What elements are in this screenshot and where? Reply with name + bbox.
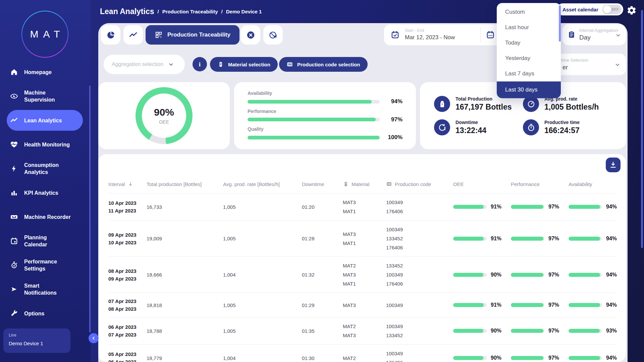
percent-value: 97% (548, 236, 559, 242)
sidebar-item-machine-supervision[interactable]: Machine Supervision (0, 84, 91, 108)
cell-interval: 09 Apr 202310 Apr 2023 (108, 231, 147, 246)
cell-oee: 91% (453, 236, 511, 242)
progress-fill (569, 237, 600, 241)
cell-material: MAT3 (343, 301, 386, 310)
dropdown-option-custom[interactable]: Custom (497, 4, 561, 20)
sidebar-item-consumption-analytics[interactable]: Consumption Analytics (0, 157, 91, 181)
production-traceability-tab[interactable]: Production Traceability (146, 25, 239, 45)
column-label: Downtime (302, 181, 324, 187)
kpi-bar-label: Performance (248, 109, 402, 114)
clipboard-icon (568, 31, 576, 39)
material-icon (217, 61, 224, 68)
send-icon (10, 285, 18, 293)
sidebar-item-performance-settings[interactable]: Performance Settings (0, 253, 91, 277)
table-body: 10 Apr 202311 Apr 2023 16,733 1,005 01:2… (108, 193, 616, 362)
cell-performance: 97% (511, 236, 569, 242)
sidebar-item-health-monitoring[interactable]: Health Monitoring (0, 132, 91, 157)
stat-productive-time: Productive time 166:24:57 (523, 119, 612, 135)
progress-fill (248, 136, 380, 139)
sidebar: MAT HomepageMachine SupervisionLean Anal… (0, 0, 91, 362)
sidebar-scrollbar[interactable] (89, 85, 91, 333)
sidebar-item-smart-notifications[interactable]: Smart Notifications (0, 277, 91, 301)
progress-fill (453, 205, 484, 209)
sidebar-item-label: Consumption Analytics (24, 162, 68, 176)
cell-interval: 10 Apr 202311 Apr 2023 (108, 199, 147, 215)
pie-view-button[interactable] (101, 25, 120, 45)
progress-fill (569, 273, 600, 277)
cell-downtime: 01:30 (302, 354, 343, 362)
cell-performance: 97% (511, 204, 569, 210)
progress-track (511, 356, 544, 360)
stat-label: Downtime (455, 120, 486, 125)
cell-downtime: 01:32 (302, 270, 343, 279)
progress-track (569, 237, 602, 241)
material-selection-label: Material selection (228, 62, 270, 67)
period-dropdown-menu: CustomLast hourTodayYesterdayLast 7 days… (497, 3, 561, 98)
sidebar-item-options[interactable]: Options (0, 301, 91, 325)
dropdown-option-today[interactable]: Today (497, 35, 561, 51)
device-selector[interactable]: Line Demo Device 1 (3, 328, 70, 353)
line-view-button[interactable] (123, 25, 143, 45)
clear-view-button[interactable] (241, 25, 260, 45)
progress-fill (453, 329, 483, 333)
cell-availability: 94% (569, 302, 617, 308)
sidebar-item-label: Smart Notifications (24, 282, 68, 296)
cell-downtime: 01:28 (302, 234, 343, 243)
aggregation-select[interactable]: Aggregation selection (104, 55, 185, 74)
oee-gauge-center: 90% OEE (142, 94, 186, 138)
progress-fill (511, 237, 543, 241)
breadcrumb: Lean Analytics / Production Traceability… (100, 0, 262, 23)
cell-performance: 97% (511, 355, 569, 361)
breadcrumb-item-traceability[interactable]: Production Traceability (162, 9, 218, 14)
column-header-interval[interactable]: Interval (108, 181, 147, 187)
dropdown-option-last-30-days[interactable]: Last 30 days (497, 81, 561, 98)
sidebar-item-machine-recorder[interactable]: Machine Recorder (0, 205, 91, 229)
progress-track (511, 273, 544, 277)
progress-track (511, 237, 544, 241)
calendar-preset-icon[interactable] (486, 31, 495, 39)
interval-aggregation-select[interactable]: Interval Aggregation Day (562, 24, 626, 45)
cell-downtime: 01:35 (302, 326, 343, 336)
sidebar-item-planning-calendar[interactable]: Planning Calendar (0, 229, 91, 253)
settings-button[interactable] (627, 5, 637, 16)
table-row: 05 Apr 202306 Apr 2023 18,779 1,004 01:3… (108, 345, 616, 362)
percent-value: 97% (548, 302, 559, 308)
kpi-bars-card: Availability 94%Performance 97%Quality 1… (234, 82, 416, 149)
stat-total-production: Total Production 167,197 Bottles (434, 96, 523, 112)
cell-production-code: 100349133452 (386, 322, 453, 340)
stat-label: Productive time (544, 120, 580, 125)
breadcrumb-item-device[interactable]: Demo Device 1 (226, 9, 262, 14)
table-row: 06 Apr 202307 Apr 2023 18,788 1,005 01:3… (108, 317, 616, 345)
sidebar-item-homepage[interactable]: Homepage (0, 60, 91, 84)
column-header-downtime: Downtime (302, 181, 343, 187)
dropdown-scrollbar[interactable] (559, 5, 561, 42)
dropdown-option-last-7-days[interactable]: Last 7 days (497, 66, 561, 81)
no-chart-button[interactable] (263, 25, 283, 45)
percent-value: 91% (491, 236, 501, 242)
oee-gauge-card: 90% OEE (98, 82, 230, 149)
cell-availability: 94% (569, 272, 617, 278)
percent-value: 91% (491, 302, 501, 308)
logo: MAT (21, 11, 68, 58)
device-selector-label: Line (9, 333, 65, 338)
topbar: Lean Analytics / Production Traceability… (91, 0, 644, 23)
dropdown-option-yesterday[interactable]: Yesterday (497, 51, 561, 66)
production-code-selection-button[interactable]: Production code selection (279, 57, 368, 72)
cell-oee: 90% (453, 328, 511, 334)
progress-track (569, 303, 602, 307)
page-scrollbar[interactable] (641, 10, 643, 248)
download-button[interactable] (606, 158, 621, 172)
info-button[interactable] (193, 57, 207, 71)
dropdown-option-last-hour[interactable]: Last hour (497, 20, 561, 35)
material-selection-button[interactable]: Material selection (210, 57, 278, 72)
production-code-selection-label: Production code selection (297, 62, 360, 67)
cell-performance: 97% (511, 328, 569, 334)
cell-downtime: 01:29 (302, 301, 343, 310)
asset-calendar-toggle[interactable]: OFF (602, 5, 622, 14)
date-range-picker[interactable]: Start - End Mar 12, 2023 - Now (384, 24, 507, 45)
kpi-bar-quality: Quality 100% (248, 126, 402, 141)
sidebar-collapse-button[interactable] (89, 333, 99, 343)
sidebar-item-lean-analytics[interactable]: Lean Analytics (0, 108, 91, 132)
sidebar-item-kpi-analytics[interactable]: KPI Analytics (0, 181, 91, 205)
cell-material: MAT2 (343, 354, 386, 362)
